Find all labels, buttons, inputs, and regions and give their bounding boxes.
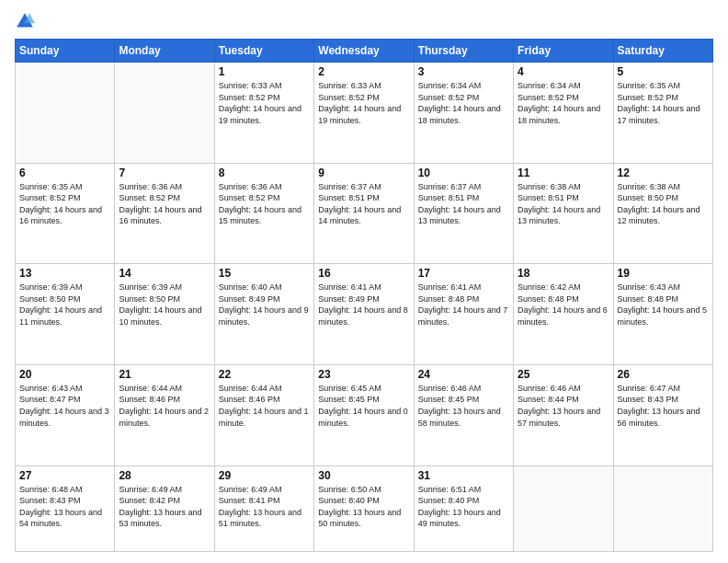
calendar-cell: 15Sunrise: 6:40 AM Sunset: 8:49 PM Dayli… xyxy=(214,264,313,365)
calendar-cell: 16Sunrise: 6:41 AM Sunset: 8:49 PM Dayli… xyxy=(314,264,414,365)
calendar-cell: 6Sunrise: 6:35 AM Sunset: 8:52 PM Daylig… xyxy=(16,163,115,264)
calendar-cell xyxy=(115,63,214,164)
day-number: 27 xyxy=(19,469,110,482)
day-number: 5 xyxy=(618,65,709,78)
cell-info: Sunrise: 6:41 AM Sunset: 8:48 PM Dayligh… xyxy=(418,282,509,327)
calendar-cell xyxy=(613,465,712,552)
day-number: 8 xyxy=(219,167,310,179)
cell-info: Sunrise: 6:49 AM Sunset: 8:42 PM Dayligh… xyxy=(119,484,210,530)
day-number: 21 xyxy=(119,368,210,381)
day-number: 19 xyxy=(618,267,709,280)
day-number: 12 xyxy=(618,167,709,179)
calendar-cell: 29Sunrise: 6:49 AM Sunset: 8:41 PM Dayli… xyxy=(214,465,313,552)
cell-info: Sunrise: 6:47 AM Sunset: 8:43 PM Dayligh… xyxy=(618,383,709,429)
cell-info: Sunrise: 6:44 AM Sunset: 8:46 PM Dayligh… xyxy=(119,383,210,429)
weekday-header: Saturday xyxy=(613,40,712,63)
cell-info: Sunrise: 6:38 AM Sunset: 8:51 PM Dayligh… xyxy=(518,181,609,227)
cell-info: Sunrise: 6:35 AM Sunset: 8:52 PM Dayligh… xyxy=(19,181,110,227)
weekday-header: Friday xyxy=(514,40,613,63)
calendar-cell: 18Sunrise: 6:42 AM Sunset: 8:48 PM Dayli… xyxy=(514,264,613,365)
cell-info: Sunrise: 6:33 AM Sunset: 8:52 PM Dayligh… xyxy=(219,80,310,126)
cell-info: Sunrise: 6:34 AM Sunset: 8:52 PM Dayligh… xyxy=(518,80,609,126)
logo-icon xyxy=(15,11,35,31)
day-number: 4 xyxy=(518,65,609,78)
cell-info: Sunrise: 6:37 AM Sunset: 8:51 PM Dayligh… xyxy=(318,181,409,227)
day-number: 20 xyxy=(19,368,110,381)
calendar-cell: 7Sunrise: 6:36 AM Sunset: 8:52 PM Daylig… xyxy=(115,163,214,264)
day-number: 3 xyxy=(418,65,509,78)
calendar-cell: 14Sunrise: 6:39 AM Sunset: 8:50 PM Dayli… xyxy=(115,264,214,365)
cell-info: Sunrise: 6:37 AM Sunset: 8:51 PM Dayligh… xyxy=(418,181,509,227)
day-number: 9 xyxy=(318,167,409,179)
calendar-cell: 23Sunrise: 6:45 AM Sunset: 8:45 PM Dayli… xyxy=(314,364,414,465)
day-number: 15 xyxy=(219,267,310,280)
cell-info: Sunrise: 6:44 AM Sunset: 8:46 PM Dayligh… xyxy=(219,383,310,429)
day-number: 16 xyxy=(318,267,409,280)
calendar-cell: 30Sunrise: 6:50 AM Sunset: 8:40 PM Dayli… xyxy=(314,465,414,552)
calendar-cell: 5Sunrise: 6:35 AM Sunset: 8:52 PM Daylig… xyxy=(613,63,712,164)
cell-info: Sunrise: 6:46 AM Sunset: 8:44 PM Dayligh… xyxy=(518,383,609,429)
cell-info: Sunrise: 6:36 AM Sunset: 8:52 PM Dayligh… xyxy=(219,181,310,227)
day-number: 11 xyxy=(518,167,609,179)
cell-info: Sunrise: 6:35 AM Sunset: 8:52 PM Dayligh… xyxy=(618,80,709,126)
calendar-cell xyxy=(16,63,115,164)
calendar-cell xyxy=(514,465,613,552)
weekday-header: Sunday xyxy=(16,40,115,63)
header xyxy=(15,11,713,31)
cell-info: Sunrise: 6:46 AM Sunset: 8:45 PM Dayligh… xyxy=(418,383,509,429)
calendar-cell: 13Sunrise: 6:39 AM Sunset: 8:50 PM Dayli… xyxy=(16,264,115,365)
day-number: 2 xyxy=(318,65,409,78)
calendar-cell: 20Sunrise: 6:43 AM Sunset: 8:47 PM Dayli… xyxy=(16,364,115,465)
logo xyxy=(15,11,39,31)
cell-info: Sunrise: 6:48 AM Sunset: 8:43 PM Dayligh… xyxy=(19,484,110,530)
day-number: 18 xyxy=(518,267,609,280)
calendar-cell: 22Sunrise: 6:44 AM Sunset: 8:46 PM Dayli… xyxy=(214,364,313,465)
calendar-cell: 2Sunrise: 6:33 AM Sunset: 8:52 PM Daylig… xyxy=(314,63,414,164)
cell-info: Sunrise: 6:51 AM Sunset: 8:40 PM Dayligh… xyxy=(418,484,509,530)
cell-info: Sunrise: 6:43 AM Sunset: 8:47 PM Dayligh… xyxy=(19,383,110,429)
calendar-cell: 9Sunrise: 6:37 AM Sunset: 8:51 PM Daylig… xyxy=(314,163,414,264)
day-number: 26 xyxy=(618,368,709,381)
calendar-cell: 17Sunrise: 6:41 AM Sunset: 8:48 PM Dayli… xyxy=(414,264,513,365)
cell-info: Sunrise: 6:45 AM Sunset: 8:45 PM Dayligh… xyxy=(318,383,409,429)
calendar-table: SundayMondayTuesdayWednesdayThursdayFrid… xyxy=(15,39,713,552)
day-number: 24 xyxy=(418,368,509,381)
calendar-cell: 11Sunrise: 6:38 AM Sunset: 8:51 PM Dayli… xyxy=(514,163,613,264)
cell-info: Sunrise: 6:34 AM Sunset: 8:52 PM Dayligh… xyxy=(418,80,509,126)
calendar-cell: 27Sunrise: 6:48 AM Sunset: 8:43 PM Dayli… xyxy=(16,465,115,552)
day-number: 1 xyxy=(219,65,310,78)
day-number: 29 xyxy=(219,469,310,482)
cell-info: Sunrise: 6:36 AM Sunset: 8:52 PM Dayligh… xyxy=(119,181,210,227)
day-number: 25 xyxy=(518,368,609,381)
day-number: 13 xyxy=(19,267,110,280)
day-number: 23 xyxy=(318,368,409,381)
day-number: 6 xyxy=(19,167,110,179)
cell-info: Sunrise: 6:33 AM Sunset: 8:52 PM Dayligh… xyxy=(318,80,409,126)
cell-info: Sunrise: 6:38 AM Sunset: 8:50 PM Dayligh… xyxy=(618,181,709,227)
cell-info: Sunrise: 6:43 AM Sunset: 8:48 PM Dayligh… xyxy=(618,282,709,327)
weekday-header: Thursday xyxy=(414,40,513,63)
cell-info: Sunrise: 6:41 AM Sunset: 8:49 PM Dayligh… xyxy=(318,282,409,327)
calendar-cell: 21Sunrise: 6:44 AM Sunset: 8:46 PM Dayli… xyxy=(115,364,214,465)
day-number: 31 xyxy=(418,469,509,482)
cell-info: Sunrise: 6:42 AM Sunset: 8:48 PM Dayligh… xyxy=(518,282,609,327)
calendar-cell: 31Sunrise: 6:51 AM Sunset: 8:40 PM Dayli… xyxy=(414,465,513,552)
calendar-cell: 25Sunrise: 6:46 AM Sunset: 8:44 PM Dayli… xyxy=(514,364,613,465)
day-number: 14 xyxy=(119,267,210,280)
cell-info: Sunrise: 6:49 AM Sunset: 8:41 PM Dayligh… xyxy=(219,484,310,530)
weekday-header: Monday xyxy=(115,40,214,63)
calendar-cell: 3Sunrise: 6:34 AM Sunset: 8:52 PM Daylig… xyxy=(414,63,513,164)
calendar-cell: 19Sunrise: 6:43 AM Sunset: 8:48 PM Dayli… xyxy=(613,264,712,365)
calendar-cell: 1Sunrise: 6:33 AM Sunset: 8:52 PM Daylig… xyxy=(214,63,313,164)
cell-info: Sunrise: 6:39 AM Sunset: 8:50 PM Dayligh… xyxy=(119,282,210,327)
cell-info: Sunrise: 6:50 AM Sunset: 8:40 PM Dayligh… xyxy=(318,484,409,530)
day-number: 10 xyxy=(418,167,509,179)
calendar-cell: 10Sunrise: 6:37 AM Sunset: 8:51 PM Dayli… xyxy=(414,163,513,264)
weekday-header: Wednesday xyxy=(314,40,414,63)
day-number: 22 xyxy=(219,368,310,381)
calendar-cell: 8Sunrise: 6:36 AM Sunset: 8:52 PM Daylig… xyxy=(214,163,313,264)
day-number: 30 xyxy=(318,469,409,482)
calendar-cell: 24Sunrise: 6:46 AM Sunset: 8:45 PM Dayli… xyxy=(414,364,513,465)
weekday-header: Tuesday xyxy=(214,40,313,63)
calendar-cell: 12Sunrise: 6:38 AM Sunset: 8:50 PM Dayli… xyxy=(613,163,712,264)
